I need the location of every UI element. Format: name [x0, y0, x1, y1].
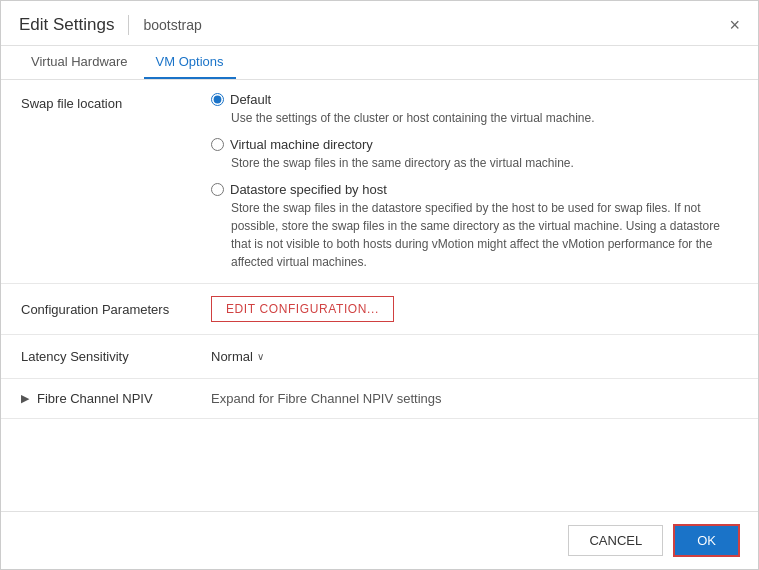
latency-selected-value: Normal: [211, 349, 253, 364]
radio-option-vmdirectory: Virtual machine directory Store the swap…: [211, 137, 742, 172]
radio-option-default: Default Use the settings of the cluster …: [211, 92, 742, 127]
settings-table: Swap file location Default Use the setti…: [1, 80, 758, 419]
swap-file-label: Swap file location: [1, 80, 201, 284]
latency-label: Latency Sensitivity: [1, 335, 201, 379]
radio-group-swap: Default Use the settings of the cluster …: [211, 92, 742, 271]
config-params-row: Configuration Parameters EDIT CONFIGURAT…: [1, 284, 758, 335]
fibre-row-container[interactable]: ▶ Fibre Channel NPIV: [21, 391, 185, 406]
tab-bar: Virtual Hardware VM Options: [1, 46, 758, 80]
ok-button[interactable]: OK: [673, 524, 740, 557]
radio-label-datastore[interactable]: Datastore specified by host: [211, 182, 742, 197]
tab-vm-options[interactable]: VM Options: [144, 46, 236, 79]
radio-desc-vmdirectory: Store the swap files in the same directo…: [231, 154, 742, 172]
radio-desc-datastore: Store the swap files in the datastore sp…: [231, 199, 742, 271]
radio-vmdirectory[interactable]: [211, 138, 224, 151]
latency-row: Latency Sensitivity Normal ∨: [1, 335, 758, 379]
radio-label-default[interactable]: Default: [211, 92, 742, 107]
dialog-subtitle: bootstrap: [143, 17, 201, 33]
radio-label-vmdirectory[interactable]: Virtual machine directory: [211, 137, 742, 152]
fibre-expand-arrow-icon: ▶: [21, 392, 29, 405]
edit-configuration-button[interactable]: EDIT CONFIGURATION...: [211, 296, 394, 322]
latency-value: Normal ∨: [201, 335, 758, 379]
fibre-channel-label-cell: ▶ Fibre Channel NPIV: [1, 379, 201, 419]
dialog-title: Edit Settings: [19, 15, 114, 35]
tab-virtual-hardware[interactable]: Virtual Hardware: [19, 46, 140, 79]
fibre-label: Fibre Channel NPIV: [37, 391, 153, 406]
radio-desc-default: Use the settings of the cluster or host …: [231, 109, 742, 127]
header-separator: [128, 15, 129, 35]
dialog-footer: CANCEL OK: [1, 511, 758, 569]
scrollable-content[interactable]: Swap file location Default Use the setti…: [1, 80, 758, 511]
latency-chevron-icon: ∨: [257, 351, 264, 362]
fibre-channel-row: ▶ Fibre Channel NPIV Expand for Fibre Ch…: [1, 379, 758, 419]
fibre-description: Expand for Fibre Channel NPIV settings: [211, 391, 442, 406]
config-params-value: EDIT CONFIGURATION...: [201, 284, 758, 335]
config-params-label: Configuration Parameters: [1, 284, 201, 335]
dialog-header: Edit Settings bootstrap ×: [1, 1, 758, 46]
close-button[interactable]: ×: [729, 16, 740, 34]
edit-settings-dialog: Edit Settings bootstrap × Virtual Hardwa…: [0, 0, 759, 570]
swap-file-row: Swap file location Default Use the setti…: [1, 80, 758, 284]
content-area: Swap file location Default Use the setti…: [1, 80, 758, 511]
latency-dropdown[interactable]: Normal ∨: [211, 349, 742, 364]
radio-option-datastore: Datastore specified by host Store the sw…: [211, 182, 742, 271]
radio-default[interactable]: [211, 93, 224, 106]
swap-file-options: Default Use the settings of the cluster …: [201, 80, 758, 284]
fibre-description-cell: Expand for Fibre Channel NPIV settings: [201, 379, 758, 419]
radio-datastore[interactable]: [211, 183, 224, 196]
cancel-button[interactable]: CANCEL: [568, 525, 663, 556]
